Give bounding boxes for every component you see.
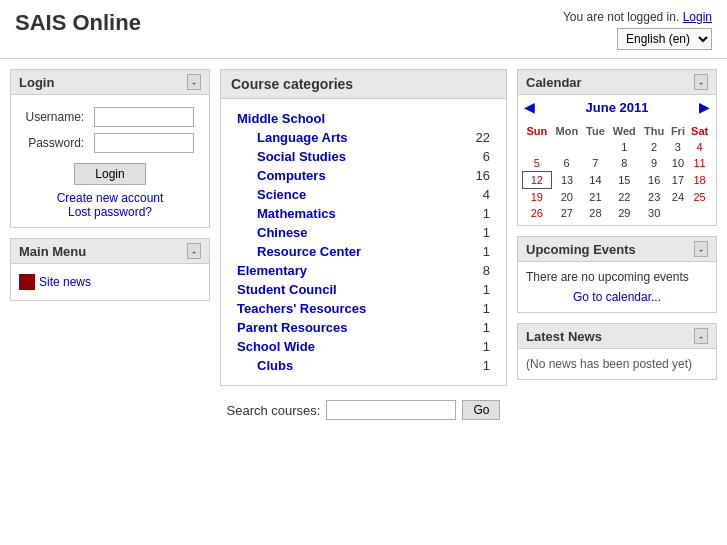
upcoming-events-title: Upcoming Events xyxy=(526,242,636,257)
category-link-13[interactable]: Clubs xyxy=(237,358,293,373)
password-input[interactable] xyxy=(94,133,194,153)
latest-news-toggle[interactable]: - xyxy=(694,328,708,344)
category-link-3[interactable]: Computers xyxy=(237,168,326,183)
category-link-11[interactable]: Parent Resources xyxy=(237,320,348,335)
cal-day-30[interactable]: 30 xyxy=(640,205,668,221)
calendar-title: Calendar xyxy=(526,75,582,90)
login-box-header: Login - xyxy=(11,70,209,95)
cal-day-9[interactable]: 9 xyxy=(640,155,668,172)
category-link-4[interactable]: Science xyxy=(237,187,306,202)
cal-day-10[interactable]: 10 xyxy=(668,155,688,172)
search-row: Search courses: Go xyxy=(220,386,507,430)
cal-day-27[interactable]: 27 xyxy=(551,205,582,221)
cal-day-12[interactable]: 12 xyxy=(523,172,552,189)
course-categories-title: Course categories xyxy=(221,70,506,99)
category-link-5[interactable]: Mathematics xyxy=(237,206,336,221)
create-account-link[interactable]: Create new account xyxy=(19,191,201,205)
cal-day-21[interactable]: 21 xyxy=(582,189,608,206)
main-layout: Login - Username: Password: Login Creat xyxy=(0,59,727,440)
cal-day-20[interactable]: 20 xyxy=(551,189,582,206)
latest-news-box: Latest News - (No news has been posted y… xyxy=(517,323,717,380)
cal-day-18[interactable]: 18 xyxy=(688,172,712,189)
category-link-6[interactable]: Chinese xyxy=(237,225,308,240)
username-input[interactable] xyxy=(94,107,194,127)
latest-news-title: Latest News xyxy=(526,329,602,344)
cal-day-2[interactable]: 2 xyxy=(640,139,668,155)
login-box: Login - Username: Password: Login Creat xyxy=(10,69,210,228)
cal-day-3[interactable]: 3 xyxy=(668,139,688,155)
cal-day-4[interactable]: 4 xyxy=(688,139,712,155)
main-menu-toggle[interactable]: - xyxy=(187,243,201,259)
category-count-10: 1 xyxy=(470,301,490,316)
upcoming-events-box: Upcoming Events - There are no upcoming … xyxy=(517,236,717,313)
search-input[interactable] xyxy=(326,400,456,420)
login-button[interactable]: Login xyxy=(74,163,145,185)
cal-day-5[interactable]: 5 xyxy=(523,155,552,172)
category-link-12[interactable]: School Wide xyxy=(237,339,315,354)
category-count-2: 6 xyxy=(470,149,490,164)
category-link-7[interactable]: Resource Center xyxy=(237,244,361,259)
cal-dow-mon: Mon xyxy=(551,123,582,139)
calendar-content: SunMonTueWedThuFriSat 123456789101112131… xyxy=(518,119,716,225)
cal-day-16[interactable]: 16 xyxy=(640,172,668,189)
course-categories-box: Course categories Middle SchoolLanguage … xyxy=(220,69,507,386)
cal-dow-wed: Wed xyxy=(608,123,640,139)
calendar-nav: ◀ June 2011 ▶ xyxy=(518,95,716,119)
calendar-next-button[interactable]: ▶ xyxy=(699,99,710,115)
latest-news-header: Latest News - xyxy=(518,324,716,349)
latest-news-content: (No news has been posted yet) xyxy=(518,349,716,379)
lost-password-link[interactable]: Lost password? xyxy=(19,205,201,219)
search-go-button[interactable]: Go xyxy=(462,400,500,420)
language-select[interactable]: English (en) xyxy=(617,28,712,50)
login-link[interactable]: Login xyxy=(683,10,712,24)
cal-day-26[interactable]: 26 xyxy=(523,205,552,221)
category-link-1[interactable]: Language Arts xyxy=(237,130,348,145)
category-item-11: Parent Resources1 xyxy=(237,318,490,337)
cal-day-13[interactable]: 13 xyxy=(551,172,582,189)
cal-day-17[interactable]: 17 xyxy=(668,172,688,189)
cal-day-29[interactable]: 29 xyxy=(608,205,640,221)
cal-day-28[interactable]: 28 xyxy=(582,205,608,221)
cal-dow-tue: Tue xyxy=(582,123,608,139)
cal-day-11[interactable]: 11 xyxy=(688,155,712,172)
category-link-2[interactable]: Social Studies xyxy=(237,149,346,164)
category-item-0: Middle School xyxy=(237,109,490,128)
login-box-toggle[interactable]: - xyxy=(187,74,201,90)
cal-day-19[interactable]: 19 xyxy=(523,189,552,206)
header-right: You are not logged in. Login English (en… xyxy=(563,10,712,50)
cal-day-empty-4-5 xyxy=(668,205,688,221)
cal-day-22[interactable]: 22 xyxy=(608,189,640,206)
category-count-6: 1 xyxy=(470,225,490,240)
category-link-8[interactable]: Elementary xyxy=(237,263,307,278)
category-link-9[interactable]: Student Council xyxy=(237,282,337,297)
category-link-10[interactable]: Teachers' Resources xyxy=(237,301,366,316)
cal-day-1[interactable]: 1 xyxy=(608,139,640,155)
site-title: SAIS Online xyxy=(15,10,141,36)
cal-day-7[interactable]: 7 xyxy=(582,155,608,172)
cal-day-25[interactable]: 25 xyxy=(688,189,712,206)
cal-day-6[interactable]: 6 xyxy=(551,155,582,172)
go-to-calendar-link[interactable]: Go to calendar... xyxy=(526,290,708,304)
calendar-table: SunMonTueWedThuFriSat 123456789101112131… xyxy=(522,123,712,221)
cal-day-23[interactable]: 23 xyxy=(640,189,668,206)
cal-day-empty-4-6 xyxy=(688,205,712,221)
calendar-toggle[interactable]: - xyxy=(694,74,708,90)
upcoming-events-message: There are no upcoming events xyxy=(526,270,689,284)
upcoming-events-content: There are no upcoming events Go to calen… xyxy=(518,262,716,312)
upcoming-toggle[interactable]: - xyxy=(694,241,708,257)
cal-day-14[interactable]: 14 xyxy=(582,172,608,189)
calendar-header: Calendar - xyxy=(518,70,716,95)
cal-day-8[interactable]: 8 xyxy=(608,155,640,172)
calendar-month: June 2011 xyxy=(586,100,649,115)
category-count-7: 1 xyxy=(470,244,490,259)
category-link-0[interactable]: Middle School xyxy=(237,111,325,126)
calendar-prev-button[interactable]: ◀ xyxy=(524,99,535,115)
page-header: SAIS Online You are not logged in. Login… xyxy=(0,0,727,59)
cal-day-15[interactable]: 15 xyxy=(608,172,640,189)
site-news-link[interactable]: Site news xyxy=(39,275,91,289)
cal-dow-thu: Thu xyxy=(640,123,668,139)
cal-day-empty-0-0 xyxy=(523,139,552,155)
menu-item-sitenews: Site news xyxy=(19,272,201,292)
cal-day-24[interactable]: 24 xyxy=(668,189,688,206)
username-label: Username: xyxy=(21,105,88,129)
